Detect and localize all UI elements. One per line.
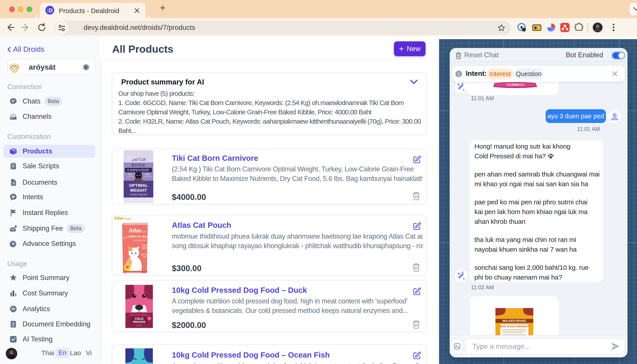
svg-text:LESS FAT: LESS FAT	[127, 176, 134, 177]
svg-text:40%: 40%	[128, 173, 132, 175]
svg-text:38%: 38%	[146, 173, 150, 175]
svg-text:TURKEY RECIPE: TURKEY RECIPE	[130, 194, 148, 196]
svg-text:Gat: Gat	[142, 230, 146, 233]
svg-text:WHAT IS COLD PRESSED?: WHAT IS COLD PRESSED?	[500, 325, 528, 328]
svg-text:NATURAL: NATURAL	[141, 254, 151, 256]
svg-text:TUNA IN JELLY: TUNA IN JELLY	[129, 235, 150, 238]
svg-text:BORN: BORN	[132, 163, 145, 168]
svg-text:100%: 100%	[125, 265, 130, 267]
svg-text:thunanaiyelli: thunanaiyelli	[133, 239, 146, 242]
svg-text:Atlas: Atlas	[128, 227, 141, 234]
svg-text:PROTEIN: PROTEIN	[145, 176, 152, 177]
svg-text:TASTE: TASTE	[142, 256, 150, 258]
svg-text:COLD: COLD	[135, 317, 144, 320]
svg-text:Atlas: Atlas	[114, 216, 124, 220]
svg-text::D: :D	[47, 7, 52, 13]
svg-text:REAL: REAL	[142, 244, 149, 246]
svg-text:PRESSED: PRESSED	[133, 320, 146, 324]
svg-text:DUCK: DUCK	[136, 324, 142, 327]
svg-text:WALKER DRAKE: WALKER DRAKE	[130, 314, 149, 316]
svg-text:Gats: Gats	[124, 217, 131, 220]
svg-text:DUCK: DUCK	[512, 84, 519, 86]
svg-text:CARNIVORE: CARNIVORE	[127, 168, 150, 172]
svg-text:WALKER·DRAKE: WALKER·DRAKE	[502, 319, 526, 322]
svg-text:MEAT: MEAT	[142, 246, 149, 249]
svg-text:OPTIMAL: OPTIMAL	[129, 183, 148, 188]
svg-text:WEIGHT: WEIGHT	[130, 188, 147, 192]
